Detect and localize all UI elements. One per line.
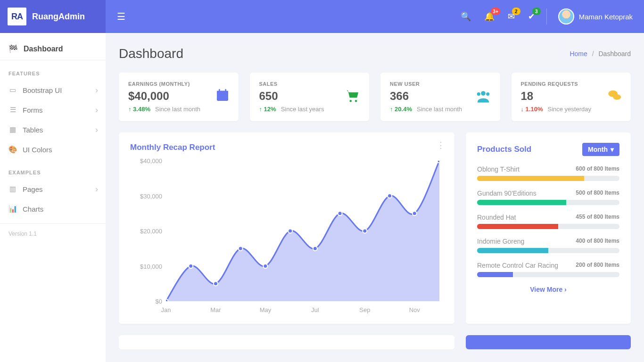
breadcrumb-current: Dashboard (599, 50, 631, 58)
x-axis-label: Sep (359, 306, 370, 313)
products-period-dropdown[interactable]: Month ▾ (582, 143, 619, 156)
y-axis-label: $20,000 (130, 228, 162, 235)
product-item: Rounded Hat 455 of 800 Items (477, 214, 619, 229)
monthly-recap-card: Monthly Recap Report ⋮ $0$10,000$20,000$… (119, 132, 454, 324)
progress-fill (477, 272, 513, 277)
mail-badge: 2 (512, 8, 520, 15)
view-more-link[interactable]: View More (477, 286, 619, 293)
sidebar-item-tables[interactable]: ▦ Tables (0, 120, 106, 140)
product-count: 500 of 800 Items (576, 189, 619, 197)
sidebar: RA RuangAdmin 🏁 Dashboard FEATURES ▭ Boo… (0, 0, 106, 362)
table-icon: ▦ (8, 125, 17, 134)
sidebar-item-bootstrap-ui[interactable]: ▭ Bootstrap UI (0, 80, 106, 100)
stat-since: Since last month (417, 106, 462, 113)
users-icon (475, 88, 492, 108)
progress-track (477, 200, 619, 205)
sidebar-nav: 🏁 Dashboard FEATURES ▭ Bootstrap UI ☰ Fo… (0, 33, 106, 362)
svg-point-7 (477, 92, 480, 96)
chart-title: Monthly Recap Report (130, 143, 443, 152)
product-count: 455 of 800 Items (576, 214, 619, 221)
product-item: Indomie Goreng 400 of 800 Items (477, 238, 619, 253)
tasks-badge: 3 (532, 8, 541, 15)
brand-name: RuangAdmin (32, 12, 85, 22)
progress-track (477, 248, 619, 253)
page-content: Dashboard Home / Dashboard EARNINGS (MON… (106, 33, 644, 362)
stat-label: PENDING REQUESTS (521, 81, 622, 87)
sidebar-item-label: UI Colors (23, 146, 52, 154)
product-name: Indomie Goreng (477, 238, 524, 245)
chart-menu-icon[interactable]: ⋮ (437, 143, 445, 148)
stat-since: Since yesterday (547, 106, 591, 113)
product-item: Oblong T-Shirt 600 of 800 Items (477, 165, 619, 181)
product-count: 600 of 800 Items (576, 165, 619, 173)
stat-since: Since last years (281, 106, 324, 113)
username: Maman Ketoprak (579, 13, 633, 21)
sidebar-item-forms[interactable]: ☰ Forms (0, 100, 106, 120)
stat-change: ↑ 3.48% (128, 106, 150, 113)
x-axis-label: May (260, 306, 272, 313)
breadcrumb-home[interactable]: Home (570, 50, 587, 58)
svg-point-17 (313, 247, 317, 251)
progress-fill (477, 224, 558, 229)
y-axis-label: $30,000 (130, 192, 162, 199)
gauge-icon: 🏁 (8, 44, 18, 53)
user-menu[interactable]: Maman Ketoprak (558, 8, 633, 25)
mail-icon[interactable]: ✉2 (508, 11, 515, 22)
y-axis-label: $10,000 (130, 263, 162, 270)
progress-track (477, 176, 619, 181)
sidebar-item-charts[interactable]: 📊 Charts (0, 199, 106, 219)
chevron-down-icon: ▾ (611, 146, 614, 153)
product-item: Remote Control Car Racing 200 of 800 Ite… (477, 262, 619, 277)
sidebar-item-ui-colors[interactable]: 🎨 UI Colors (0, 140, 106, 159)
page-title: Dashboard (119, 46, 183, 61)
svg-point-8 (486, 92, 489, 96)
stat-since: Since last month (155, 106, 200, 113)
cart-icon (345, 88, 361, 107)
calendar-icon (215, 88, 230, 106)
columns-icon: ▥ (8, 185, 17, 193)
comments-icon (606, 88, 622, 107)
tasks-icon[interactable]: ✔3 (528, 11, 535, 22)
stat-change: ↓ 1.10% (521, 106, 543, 113)
x-axis-label: Jan (161, 306, 171, 313)
svg-point-16 (288, 229, 292, 233)
product-name: Gundam 90'Editions (477, 189, 537, 197)
sidebar-item-label: Tables (23, 126, 43, 134)
progress-fill (477, 248, 548, 253)
product-count: 400 of 800 Items (576, 238, 619, 245)
stat-card: EARNINGS (MONTHLY) $40,000 ↑ 3.48% Since… (119, 73, 239, 121)
sidebar-item-dashboard[interactable]: 🏁 Dashboard (0, 38, 106, 60)
x-axis-label: Jul (311, 306, 319, 313)
chart-area: $0$10,000$20,000$30,000$40,000JanMarMayJ… (130, 158, 443, 313)
svg-point-18 (338, 211, 342, 215)
sidebar-heading-examples: EXAMPLES (0, 159, 106, 179)
sidebar-item-label: Pages (23, 185, 43, 193)
products-period-label: Month (588, 146, 608, 153)
sidebar-item-pages[interactable]: ▥ Pages (0, 179, 106, 199)
x-axis-label: Nov (409, 306, 420, 313)
breadcrumb: Home / Dashboard (570, 50, 631, 58)
svg-point-12 (189, 264, 193, 268)
chart-icon: 📊 (8, 205, 17, 213)
x-axis-label: Mar (210, 306, 221, 313)
sidebar-item-label: Charts (23, 205, 43, 213)
svg-point-11 (166, 299, 168, 302)
progress-fill (477, 176, 584, 181)
stat-cards-row: EARNINGS (MONTHLY) $40,000 ↑ 3.48% Since… (119, 73, 631, 121)
progress-fill (477, 200, 566, 205)
product-name: Oblong T-Shirt (477, 165, 520, 173)
search-icon[interactable]: 🔍 (461, 11, 471, 22)
window-icon: ▭ (8, 86, 17, 94)
sidebar-heading-features: FEATURES (0, 60, 106, 80)
bell-icon[interactable]: 🔔3+ (484, 11, 495, 22)
line-chart (166, 161, 439, 301)
secondary-card-right (466, 335, 631, 349)
progress-track (477, 272, 619, 277)
menu-toggle-icon[interactable]: ☰ (117, 11, 125, 22)
product-item: Gundam 90'Editions 500 of 800 Items (477, 189, 619, 205)
version-text: Version 1.1 (0, 224, 106, 244)
products-title: Products Sold (477, 145, 531, 154)
y-axis-label: $40,000 (130, 157, 162, 165)
palette-icon: 🎨 (8, 145, 17, 154)
brand[interactable]: RA RuangAdmin (0, 0, 106, 33)
